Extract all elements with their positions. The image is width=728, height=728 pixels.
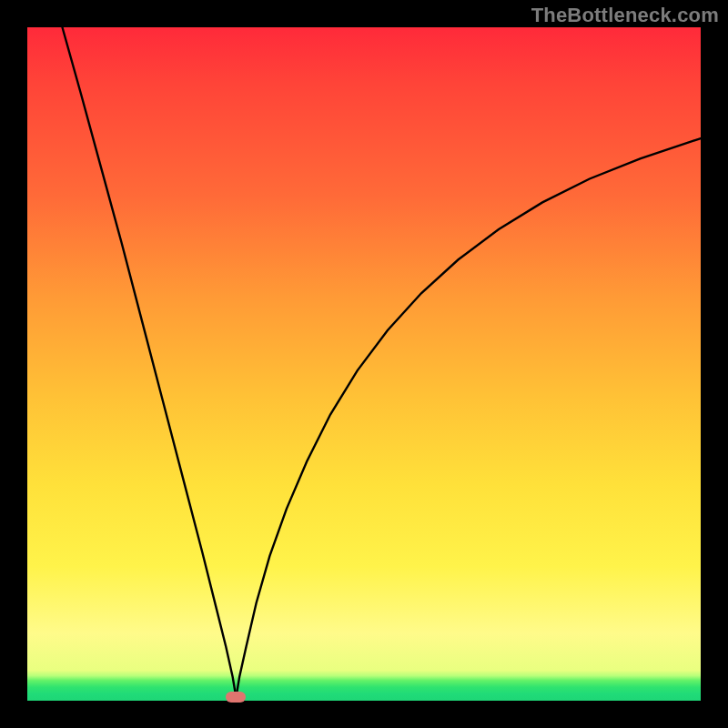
bottleneck-curve <box>27 27 701 701</box>
plot-area <box>27 27 701 701</box>
curve-left-branch <box>62 27 236 697</box>
watermark-text: TheBottleneck.com <box>531 4 719 27</box>
bottleneck-marker <box>226 692 246 703</box>
chart-frame: TheBottleneck.com <box>0 0 728 728</box>
curve-right-branch <box>236 138 701 697</box>
